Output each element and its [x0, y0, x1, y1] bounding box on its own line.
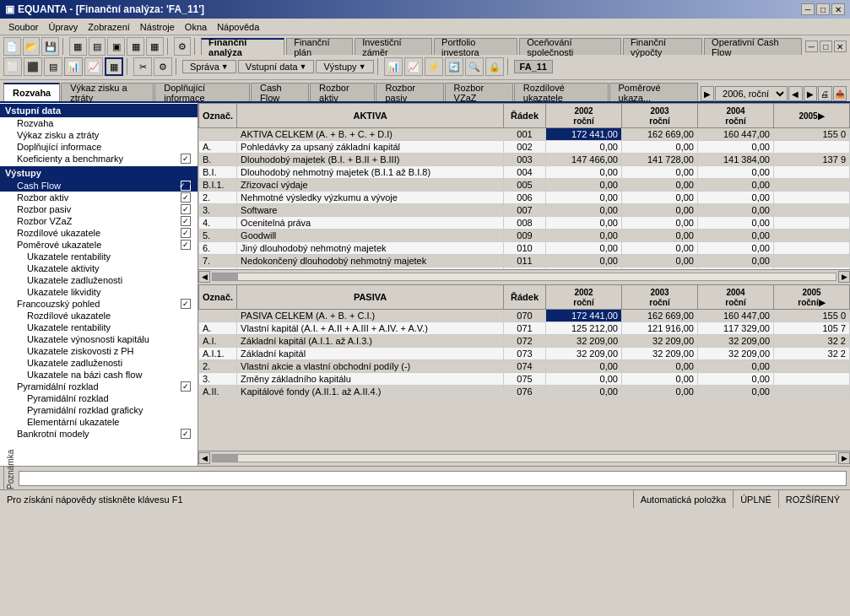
sidebar-item-rozvaha[interactable]: Rozvaha — [0, 117, 198, 129]
tab-rozbor-vzaz[interactable]: Rozbor VZaZ — [445, 83, 513, 101]
tb-btn-g[interactable]: ✂ — [133, 57, 152, 76]
menu-okna[interactable]: Okna — [180, 21, 212, 33]
app-tab-financni-analyza[interactable]: Finanční analýza — [201, 38, 284, 55]
icon-btn-2[interactable]: 📈 — [404, 57, 423, 76]
tab-rozdilove[interactable]: Rozdílové ukazatele — [514, 83, 609, 101]
aktiva-row-2[interactable]: B.Dlouhodobý majetek (B.I. + B.II + B.II… — [199, 154, 850, 166]
icon-btn-4[interactable]: 🔄 — [445, 57, 463, 76]
sidebar-item-rentability[interactable]: Ukazatele rentability — [0, 251, 198, 262]
tb-btn-d[interactable]: 📊 — [64, 57, 83, 76]
export-icon[interactable]: 📤 — [833, 86, 847, 101]
icon-btn-3[interactable]: ⚡ — [425, 57, 443, 76]
aktiva-row-1[interactable]: A.Pohledávky za upsaný základní kapitál0… — [199, 141, 850, 154]
sidebar-item-pyramidalni[interactable]: Pyramidální rozklad — [0, 381, 198, 392]
pyramidalni-checkbox[interactable] — [181, 381, 191, 392]
btn2[interactable]: ▤ — [89, 37, 106, 56]
menu-upravy[interactable]: Úpravy — [43, 21, 83, 33]
aktiva-scroll-left[interactable]: ◀ — [198, 271, 210, 283]
aktiva-row-3[interactable]: B.I.Dlouhodobý nehmotný majetek (B.I.1 a… — [199, 166, 850, 179]
icon-btn-6[interactable]: 🔒 — [485, 57, 504, 76]
app-tab-operativni[interactable]: Operativní Cash Flow — [704, 38, 802, 55]
aktiva-row-9[interactable]: 6.Jiný dlouhodobý nehmotný majetek0100,0… — [199, 242, 850, 255]
tab-rozbor-pasiv[interactable]: Rozbor pasiv — [376, 83, 443, 101]
icon-btn-5[interactable]: 🔍 — [465, 57, 484, 76]
menu-soubor[interactable]: Soubor — [3, 21, 43, 33]
pasiva-row-5[interactable]: 3.Změny základního kapitálu0750,000,000,… — [199, 373, 850, 386]
pasiva-scroll-left[interactable]: ◀ — [198, 452, 210, 464]
sidebar-item-rozbor-vzaz[interactable]: Rozbor VZaZ — [0, 215, 198, 227]
sidebar-item-aktivity[interactable]: Ukazatele aktivity — [0, 262, 198, 274]
maximize-button[interactable]: □ — [816, 3, 830, 15]
btn1[interactable]: ▦ — [69, 37, 87, 56]
tab-next-icon[interactable]: ▶ — [701, 86, 714, 101]
app-tab-financni-vypocty[interactable]: Finanční výpočty — [623, 38, 702, 55]
app-tab-portfolio[interactable]: Portfolio investora — [434, 38, 517, 55]
aktiva-row-10[interactable]: 7.Nedokončený dlouhodobý nehmotný majete… — [199, 255, 850, 267]
sidebar-item-cashflow[interactable]: Cash Flow ✓ — [0, 180, 198, 192]
aktiva-row-6[interactable]: 3.Software0070,000,000,00 — [199, 204, 850, 217]
app-tab-financni-plan[interactable]: Finanční plán — [286, 38, 353, 55]
sidebar-item-pomerove[interactable]: Poměrové ukazatele — [0, 239, 198, 251]
sidebar-item-pyr-graficky[interactable]: Pyramidální rozklad graficky — [0, 404, 198, 416]
pasiva-row-2[interactable]: A.I.Základní kapitál (A.I.1. až A.I.3.)0… — [199, 335, 850, 348]
year-nav-right[interactable]: ▶ — [804, 86, 817, 101]
save-button[interactable]: 💾 — [41, 37, 59, 56]
sidebar-item-likvidity[interactable]: Ukazatele likvidity — [0, 286, 198, 298]
sidebar-item-fr-vynosnosti[interactable]: Ukazatele výnosnosti kapitálu — [0, 333, 198, 345]
sidebar-item-fr-rentability[interactable]: Ukazatele rentability — [0, 322, 198, 333]
aktiva-scroll-track[interactable] — [212, 273, 836, 281]
koeficienty-checkbox[interactable] — [181, 154, 191, 164]
menu-napoveda[interactable]: Nápověda — [212, 21, 264, 33]
pasiva-row-6[interactable]: A.II.Kapitálové fondy (A.II.1. až A.II.4… — [199, 386, 850, 398]
open-button[interactable]: 📂 — [23, 37, 41, 56]
pomerove-checkbox[interactable] — [181, 240, 191, 250]
sidebar-item-pyr-rozklad[interactable]: Pyramidální rozklad — [0, 392, 198, 404]
year-nav-left[interactable]: ◀ — [788, 86, 802, 101]
aktiva-row-4[interactable]: B.I.1.Zřizovací výdaje0050,000,000,00 — [199, 179, 850, 192]
sidebar-item-fr-rozdilove[interactable]: Rozdílové ukazatele — [0, 310, 198, 322]
sidebar-item-fr-ziskovosti[interactable]: Ukazatele ziskovosti z PH — [0, 345, 198, 357]
francouzsky-checkbox[interactable] — [181, 299, 191, 309]
tab-vykaz-zisku[interactable]: Výkaz zisku a ztráty — [61, 83, 154, 101]
aktiva-row-5[interactable]: 2.Nehmotné výsledky výzkumu a vývoje0060… — [199, 192, 850, 204]
vystupy-button[interactable]: Výstupy ▼ — [316, 60, 373, 73]
sidebar-item-rozbor-aktiv[interactable]: Rozbor aktiv — [0, 192, 198, 203]
inner-maximize[interactable]: □ — [820, 41, 832, 52]
tb-btn-c[interactable]: ▤ — [44, 57, 62, 76]
pasiva-scroll-right[interactable]: ▶ — [838, 452, 850, 464]
icon-btn-1[interactable]: 📊 — [384, 57, 403, 76]
tb-btn-a[interactable]: ⬜ — [3, 57, 22, 76]
aktiva-row-0[interactable]: AKTIVA CELKEM (A. + B. + C. + D.I)001172… — [199, 128, 850, 141]
rozbor-pasiv-checkbox[interactable] — [181, 204, 191, 214]
tab-doplnujici[interactable]: Doplňující informace — [154, 83, 250, 101]
sidebar-item-vykaz[interactable]: Výkaz zisku a ztráty — [0, 129, 198, 141]
rozdilove-checkbox[interactable] — [181, 228, 191, 238]
tb-btn-f[interactable]: ▦ — [105, 57, 123, 76]
aktiva-scroll-right[interactable]: ▶ — [838, 271, 850, 283]
tb-btn-b[interactable]: ⬛ — [24, 57, 42, 76]
tab-cash-flow[interactable]: Cash Flow — [251, 83, 309, 101]
tab-rozvaha[interactable]: Rozvaha — [3, 83, 60, 101]
aktiva-hscroll[interactable]: ◀ ▶ — [198, 269, 850, 283]
aktiva-row-8[interactable]: 5.Goodwill0090,000,000,00 — [199, 230, 850, 242]
sidebar-item-fr-zadluzenosti[interactable]: Ukazatele zadluženosti — [0, 357, 198, 369]
pasiva-row-4[interactable]: 2.Vlastní akcie a vlastní obchodní podíl… — [199, 360, 850, 373]
btn5[interactable]: ▦ — [146, 37, 164, 56]
new-button[interactable]: 📄 — [3, 37, 21, 56]
sidebar-item-rozdilove[interactable]: Rozdílové ukazatele — [0, 227, 198, 239]
pasiva-row-3[interactable]: A.I.1.Základní kapitál07332 209,0032 209… — [199, 348, 850, 360]
sidebar-item-zadluzenosti[interactable]: Ukazatele zadluženosti — [0, 274, 198, 286]
menu-nastroje[interactable]: Nástroje — [135, 21, 180, 33]
close-button[interactable]: ✕ — [831, 3, 845, 15]
pasiva-row-1[interactable]: A.Vlastní kapitál (A.I. + A.II + A.III +… — [199, 322, 850, 335]
sprava-button[interactable]: Správa ▼ — [182, 60, 236, 73]
rozbor-vzaz-checkbox[interactable] — [181, 216, 191, 226]
bankrotni-checkbox[interactable] — [181, 429, 191, 439]
minimize-button[interactable]: ─ — [801, 3, 815, 15]
sidebar-item-koeficienty[interactable]: Koeficienty a benchmarky — [0, 153, 198, 165]
btn4[interactable]: ▦ — [127, 37, 144, 56]
sidebar-item-fr-cashflow[interactable]: Ukazatele na bázi cash flow — [0, 369, 198, 381]
vstupni-data-button[interactable]: Vstupní data ▼ — [238, 60, 315, 73]
aktiva-table-wrapper[interactable]: Označ. AKTIVA Řádek 2002roční 2003roční … — [198, 103, 850, 269]
year-select[interactable]: 2006, roční — [715, 86, 788, 101]
